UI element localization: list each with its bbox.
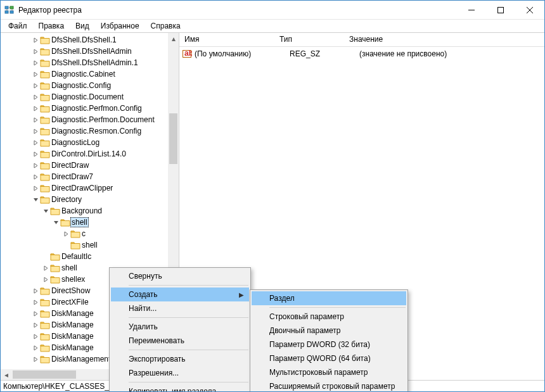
minimize-button[interactable] [457, 1, 486, 20]
tree-item[interactable]: Diagnostic.Document [1, 91, 168, 103]
expand-icon[interactable] [31, 332, 40, 341]
tree-item-label: DfsShell.DfsShell.1 [50, 35, 118, 44]
ctx-new-expandstring[interactable]: Расширяемый строковый параметр [252, 379, 406, 392]
expand-icon[interactable] [31, 115, 40, 124]
column-type[interactable]: Тип [274, 33, 344, 46]
expand-icon[interactable] [31, 92, 40, 101]
menu-favorites[interactable]: Избранное [96, 21, 144, 31]
value-type: REG_SZ [285, 49, 354, 58]
expand-icon[interactable] [31, 355, 40, 364]
tree-item-label: c [80, 229, 87, 238]
folder-icon [40, 161, 50, 170]
folder-icon [40, 320, 50, 329]
collapse-icon[interactable] [51, 218, 60, 227]
ctx-create[interactable]: Создать ▶ [111, 288, 249, 301]
tree-item[interactable]: DfsShell.DfsShellAdmin [1, 46, 168, 57]
tree-item[interactable]: DiagnosticLog [1, 137, 168, 148]
collapse-icon[interactable] [41, 206, 50, 215]
expand-icon[interactable] [31, 172, 40, 181]
ctx-new-key[interactable]: Раздел [252, 291, 406, 305]
ctx-new-multistring[interactable]: Мультистроковый параметр [252, 365, 406, 379]
expand-icon[interactable] [31, 47, 40, 56]
expand-icon[interactable] [31, 81, 40, 90]
expand-icon[interactable] [31, 104, 40, 113]
ctx-new-dword[interactable]: Параметр DWORD (32 бита) [252, 338, 406, 351]
menu-edit[interactable]: Правка [34, 21, 70, 31]
value-data: (значение не присвоено) [354, 49, 544, 58]
tree-item[interactable]: Directory [1, 194, 168, 205]
menu-help[interactable]: Справка [146, 21, 186, 31]
tree-item-label: DirectXFile [50, 298, 90, 307]
expand-icon[interactable] [31, 343, 40, 352]
tree-item[interactable]: Diagnostic.Resmon.Config [1, 125, 168, 137]
column-name[interactable]: Имя [179, 33, 274, 46]
expand-icon[interactable] [31, 309, 40, 318]
tree-item[interactable]: Diagnostic.Cabinet [1, 68, 168, 80]
tree-item[interactable]: DfsShell.DfsShellAdmin.1 [1, 57, 168, 68]
folder-icon [40, 92, 50, 101]
list-header: Имя Тип Значение [179, 33, 544, 47]
ctx-new-binary[interactable]: Двоичный параметр [252, 324, 406, 338]
expand-icon[interactable] [41, 252, 50, 261]
tree-item[interactable]: DirectDrawClipper [1, 182, 168, 194]
ctx-permissions[interactable]: Разрешения... [111, 366, 249, 380]
ctx-find[interactable]: Найти... [111, 301, 249, 315]
expand-icon[interactable] [41, 275, 50, 284]
tree-item[interactable]: Background [1, 205, 168, 217]
expand-icon[interactable] [31, 35, 40, 44]
tree-item[interactable]: shell [1, 239, 168, 251]
expand-icon[interactable] [31, 138, 40, 147]
tree-item[interactable]: Diagnostic.Perfmon.Document [1, 114, 168, 125]
list-row[interactable]: ab (По умолчанию) REG_SZ (значение не пр… [179, 48, 544, 60]
expand-icon[interactable] [41, 263, 50, 272]
svg-rect-3 [10, 11, 13, 13]
expand-icon[interactable] [31, 161, 40, 170]
collapse-icon[interactable] [31, 195, 40, 204]
tree-item[interactable]: Diagnostic.Config [1, 80, 168, 91]
expand-icon[interactable] [31, 320, 40, 329]
ctx-export[interactable]: Экспортировать [111, 352, 249, 366]
scroll-thumb[interactable] [169, 113, 177, 164]
tree-item-label: Background [60, 206, 103, 215]
tree-item[interactable]: c [1, 228, 168, 239]
expand-icon[interactable] [61, 241, 70, 250]
expand-icon[interactable] [31, 298, 40, 307]
folder-icon [40, 47, 50, 56]
ctx-new-string[interactable]: Строковый параметр [252, 310, 406, 324]
folder-icon [40, 195, 50, 204]
ctx-copy-key-name[interactable]: Копировать имя раздела [111, 384, 249, 392]
submenu-arrow-icon: ▶ [239, 291, 244, 298]
tree-item[interactable]: shell [1, 217, 168, 228]
tree-item[interactable]: DfsShell.DfsShell.1 [1, 34, 168, 46]
ctx-collapse[interactable]: Свернуть [111, 269, 249, 283]
expand-icon[interactable] [31, 70, 40, 79]
folder-icon [40, 70, 50, 79]
expand-icon[interactable] [61, 229, 70, 238]
scroll-thumb-h[interactable] [13, 370, 76, 379]
expand-icon[interactable] [31, 184, 40, 193]
column-value[interactable]: Значение [344, 33, 544, 46]
tree-item-label: shellex [60, 275, 86, 284]
tree-item[interactable]: DirectDraw7 [1, 171, 168, 182]
menu-view[interactable]: Вид [70, 21, 94, 31]
expand-icon[interactable] [31, 286, 40, 295]
tree-item[interactable]: DefaultIc [1, 251, 168, 262]
ctx-delete[interactable]: Удалить [111, 320, 249, 334]
tree-item-label: shell [60, 263, 79, 272]
close-button[interactable] [515, 1, 544, 20]
expand-icon[interactable] [31, 58, 40, 67]
expand-icon[interactable] [31, 127, 40, 136]
ctx-rename[interactable]: Переименовать [111, 334, 249, 348]
scroll-left-icon[interactable]: ◂ [1, 369, 11, 380]
expand-icon[interactable] [31, 149, 40, 158]
menu-file[interactable]: Файл [3, 21, 32, 31]
scroll-up-icon[interactable]: ▴ [168, 33, 179, 44]
folder-icon [40, 332, 50, 341]
tree-item[interactable]: Diagnostic.Perfmon.Config [1, 103, 168, 114]
maximize-button[interactable] [486, 1, 515, 20]
list-body[interactable]: ab (По умолчанию) REG_SZ (значение не пр… [179, 47, 544, 60]
separator [129, 285, 248, 286]
tree-item[interactable]: DirectDraw [1, 160, 168, 171]
ctx-new-qword[interactable]: Параметр QWORD (64 бита) [252, 351, 406, 365]
tree-item[interactable]: DirControl.DirList.14.0 [1, 148, 168, 160]
